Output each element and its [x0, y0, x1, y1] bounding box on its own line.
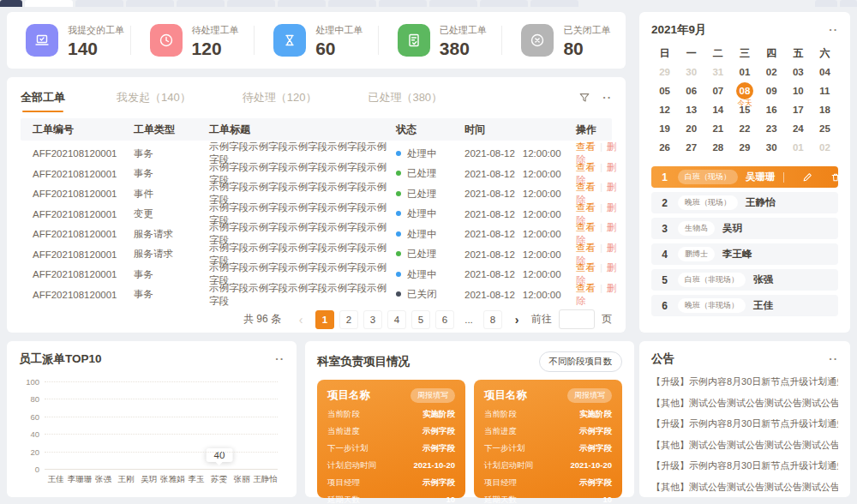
browser-tab[interactable]: [328, 0, 376, 7]
page-button[interactable]: 2: [339, 310, 358, 329]
tab-全部工单[interactable]: 全部工单: [21, 90, 65, 105]
calendar-day[interactable]: 27: [678, 138, 704, 157]
tab-我发起（140）[interactable]: 我发起（140）: [117, 90, 191, 105]
table-tabs: 全部工单我发起（140）待处理（120）已处理（380） ··: [21, 87, 612, 108]
calendar-day[interactable]: 05: [651, 81, 678, 100]
view-link[interactable]: 查看: [576, 182, 596, 192]
calendar-day[interactable]: 24: [785, 119, 812, 138]
announcement-item[interactable]: 【升级】示例内容8月30日新节点升级计划通知: [651, 413, 838, 435]
chart-more-icon[interactable]: ··: [275, 356, 285, 363]
column-header: 工单编号: [33, 123, 134, 137]
announcement-item[interactable]: 【其他】测试公告测试公告测试公告测试公告测试公告: [651, 393, 838, 414]
page-ellipsis[interactable]: ...: [459, 310, 478, 329]
schedule-row[interactable]: 1白班（现场）吴珊珊: [651, 166, 838, 188]
browser-tab[interactable]: [0, 0, 22, 7]
calendar-day[interactable]: 18: [812, 100, 838, 119]
tab-待处理（120）[interactable]: 待处理（120）: [243, 90, 317, 105]
calendar-day[interactable]: 29: [731, 138, 758, 157]
browser-tab[interactable]: [840, 0, 857, 7]
tab-已处理（380）[interactable]: 已处理（380）: [368, 90, 442, 105]
calendar-day[interactable]: 13: [678, 100, 704, 119]
view-link[interactable]: 查看: [576, 162, 596, 172]
calendar-day[interactable]: 25: [812, 119, 838, 138]
calendar-day[interactable]: 30: [678, 63, 704, 81]
calendar-day[interactable]: 30: [758, 138, 785, 157]
prev-page-icon[interactable]: ‹: [291, 310, 310, 329]
calendar-day[interactable]: 26: [651, 138, 678, 157]
schedule-row[interactable]: 4鹏博士李王峰: [651, 243, 838, 265]
calendar-day[interactable]: 23: [758, 119, 785, 138]
view-link[interactable]: 查看: [576, 262, 596, 273]
calendar-day[interactable]: 07: [704, 81, 731, 100]
calendar-day[interactable]: 12: [651, 100, 678, 119]
x-tick-label: 王佳: [45, 474, 68, 485]
calendar-day[interactable]: 01: [785, 138, 812, 157]
announcement-item[interactable]: 【其他】测试公告测试公告测试公告测试公告测试公告: [651, 435, 838, 456]
page-button[interactable]: 8: [483, 310, 502, 329]
calendar-day[interactable]: 21: [704, 119, 731, 138]
browser-tab[interactable]: [126, 0, 174, 7]
browser-tab[interactable]: [429, 0, 477, 7]
calendar-day[interactable]: 09: [758, 81, 785, 100]
goto-page-input[interactable]: [559, 309, 595, 329]
weekly-report-badge[interactable]: 周报填写: [567, 388, 612, 403]
calendar-day[interactable]: 29: [651, 63, 678, 81]
browser-tab[interactable]: [379, 0, 427, 7]
more-icon[interactable]: ··: [602, 94, 612, 101]
calendar-day[interactable]: 19: [651, 119, 678, 138]
browser-tab[interactable]: [75, 0, 123, 7]
page-button[interactable]: 6: [435, 310, 454, 329]
browser-tab[interactable]: [815, 0, 837, 7]
schedule-row[interactable]: 6晚班（非现场）王佳: [651, 295, 838, 316]
calendar-day[interactable]: 28: [704, 138, 731, 157]
calendar-day[interactable]: 31: [704, 63, 731, 81]
page-button[interactable]: 5: [411, 310, 430, 329]
browser-tab-strip[interactable]: [0, 0, 857, 7]
calendar-day[interactable]: 02: [758, 63, 785, 81]
announcements-more-icon[interactable]: ··: [829, 356, 838, 363]
weekly-report-badge[interactable]: 周报填写: [411, 388, 455, 403]
view-link[interactable]: 查看: [576, 283, 596, 293]
browser-tab[interactable]: [480, 0, 528, 7]
calendar-more-icon[interactable]: ··: [829, 27, 838, 33]
page-button[interactable]: 4: [387, 310, 406, 329]
cell-id: AFF202108120001: [33, 249, 134, 260]
view-link[interactable]: 查看: [576, 243, 596, 253]
view-link[interactable]: 查看: [576, 141, 596, 152]
calendar-day[interactable]: 14: [704, 100, 731, 119]
page-button[interactable]: 1: [315, 310, 334, 329]
announcement-item[interactable]: 【其他】测试公告测试公告测试公告测试公告测试公告: [651, 477, 838, 498]
next-page-icon[interactable]: ›: [507, 310, 526, 329]
page-button[interactable]: 3: [363, 310, 382, 329]
view-link[interactable]: 查看: [576, 222, 596, 232]
stage-count-button[interactable]: 不同阶段项目数: [539, 351, 623, 372]
browser-tab[interactable]: [278, 0, 326, 7]
calendar-day[interactable]: 04: [812, 63, 838, 81]
browser-tab[interactable]: [530, 0, 578, 7]
calendar-day[interactable]: 15: [731, 100, 758, 119]
calendar-day[interactable]: 17: [785, 100, 812, 119]
calendar-day[interactable]: 08今天: [731, 81, 758, 100]
announcement-item[interactable]: 【升级】示例内容8月30日新节点升级计划通知: [651, 371, 838, 393]
calendar-day[interactable]: 03: [785, 63, 812, 81]
calendar-day[interactable]: 20: [678, 119, 704, 138]
schedule-row[interactable]: 5白班（非现场）张强: [651, 269, 838, 291]
calendar-day[interactable]: 16: [758, 100, 785, 119]
browser-tab[interactable]: [177, 0, 225, 7]
field-label: 下一步计划: [484, 443, 525, 454]
schedule-row[interactable]: 3生物岛吴玥: [651, 218, 838, 239]
filter-icon[interactable]: [578, 92, 590, 104]
browser-tab[interactable]: [227, 0, 275, 7]
calendar-day[interactable]: 02: [812, 138, 838, 157]
calendar-day[interactable]: 10: [785, 81, 812, 100]
edit-icon[interactable]: [802, 172, 812, 183]
calendar-day[interactable]: 01: [731, 63, 758, 81]
calendar-day[interactable]: 11: [812, 81, 838, 100]
trash-icon[interactable]: [830, 172, 841, 183]
browser-tab[interactable]: [25, 0, 73, 7]
view-link[interactable]: 查看: [576, 202, 596, 213]
announcement-item[interactable]: 【升级】示例内容8月30日新节点升级计划通知: [651, 455, 838, 477]
calendar-day[interactable]: 22: [731, 119, 758, 138]
calendar-day[interactable]: 06: [678, 81, 704, 100]
schedule-row[interactable]: 2晚班（现场）王静怡: [651, 192, 838, 213]
